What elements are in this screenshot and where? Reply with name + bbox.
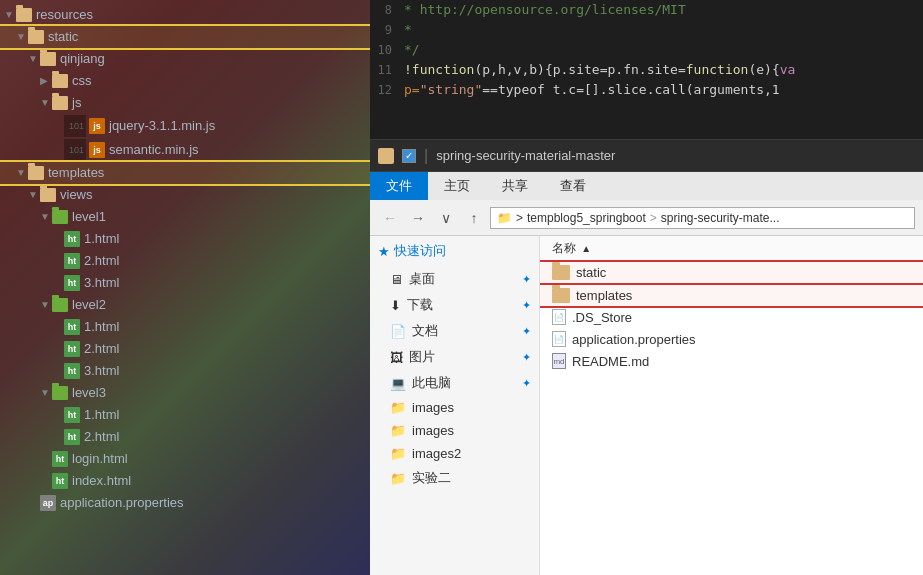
tree-item-level2-2[interactable]: ht 2.html <box>0 338 370 360</box>
doc-icon-dsstore: 📄 <box>552 309 566 325</box>
nav-item-images1[interactable]: 📁 images <box>370 396 539 419</box>
nav-item-lab2[interactable]: 📁 实验二 <box>370 465 539 491</box>
sort-arrow: ▲ <box>581 243 591 254</box>
nav-item-download[interactable]: ⬇ 下载 ✦ <box>370 292 539 318</box>
explorer-titlebar: ✓ | spring-security-material-master <box>370 140 923 172</box>
code-line-8: 8 * http://opensource.org/licenses/MIT <box>370 0 923 20</box>
tree-item-level3-1[interactable]: ht 1.html <box>0 404 370 426</box>
folder-icon-level1 <box>52 210 68 224</box>
code-content-12: p="string"==typeof t.c=[].slice.call(arg… <box>404 80 780 100</box>
forward-button[interactable]: → <box>406 206 430 230</box>
arrow-css <box>40 71 52 91</box>
label-level1-1: 1.html <box>84 229 119 249</box>
menu-home[interactable]: 主页 <box>428 172 486 200</box>
line-num-8: 8 <box>374 0 404 20</box>
dropdown-button[interactable]: ∨ <box>434 206 458 230</box>
file-row-readme[interactable]: md README.md <box>540 350 923 372</box>
tree-item-resources[interactable]: resources <box>0 4 370 26</box>
tree-item-level1[interactable]: level1 <box>0 206 370 228</box>
addr-part1: > <box>516 211 523 225</box>
code-editor: 8 * http://opensource.org/licenses/MIT 9… <box>370 0 923 140</box>
file-label-templates: templates <box>576 288 632 303</box>
menu-share[interactable]: 共享 <box>486 172 544 200</box>
nav-item-images3[interactable]: 📁 images2 <box>370 442 539 465</box>
html-icon-login: ht <box>52 451 68 467</box>
file-label-appprop: application.properties <box>572 332 696 347</box>
tree-item-level3-2[interactable]: ht 2.html <box>0 426 370 448</box>
tree-item-level1-2[interactable]: ht 2.html <box>0 250 370 272</box>
menu-view[interactable]: 查看 <box>544 172 602 200</box>
tree-item-qinjiang[interactable]: qinjiang <box>0 48 370 70</box>
tree-item-index[interactable]: ht index.html <box>0 470 370 492</box>
label-index: index.html <box>72 471 131 491</box>
back-button[interactable]: ← <box>378 206 402 230</box>
code-line-9: 9 * <box>370 20 923 40</box>
pc-icon: 💻 <box>390 376 406 391</box>
tree-item-level2-3[interactable]: ht 3.html <box>0 360 370 382</box>
linenum-semantic: 101 <box>64 139 86 161</box>
nav-label-pics: 图片 <box>409 348 435 366</box>
folder-icon-views <box>40 188 56 202</box>
label-static: static <box>48 27 78 47</box>
pin-pc: ✦ <box>522 377 531 390</box>
arrow-resources <box>4 5 16 25</box>
file-row-static[interactable]: static <box>540 262 923 283</box>
code-content-11: !function(p,h,v,b){p.site=p.fn.site=func… <box>404 60 795 80</box>
code-line-10: 10 */ <box>370 40 923 60</box>
file-area-header: 名称 ▲ <box>540 236 923 262</box>
quick-access-arrow: ★ <box>378 244 390 259</box>
label-level1-2: 2.html <box>84 251 119 271</box>
tree-item-app-prop[interactable]: ap application.properties <box>0 492 370 514</box>
tree-item-semantic[interactable]: 101 js semantic.min.js <box>0 138 370 162</box>
label-level2: level2 <box>72 295 106 315</box>
tree-item-css[interactable]: css <box>0 70 370 92</box>
tree-item-level1-1[interactable]: ht 1.html <box>0 228 370 250</box>
html-icon-l2-1: ht <box>64 319 80 335</box>
tree-item-templates[interactable]: templates <box>0 162 370 184</box>
tree-item-level3[interactable]: level3 <box>0 382 370 404</box>
tree-item-jquery[interactable]: 101 js jquery-3.1.1.min.js <box>0 114 370 138</box>
nav-item-pc[interactable]: 💻 此电脑 ✦ <box>370 370 539 396</box>
up-button[interactable]: ↑ <box>462 206 486 230</box>
label-level3-1: 1.html <box>84 405 119 425</box>
folder-icon-resources <box>16 8 32 22</box>
pics-icon: 🖼 <box>390 350 403 365</box>
line-num-9: 9 <box>374 20 404 40</box>
tree-item-level1-3[interactable]: ht 3.html <box>0 272 370 294</box>
address-bar[interactable]: 📁 > tempblog5_springboot > spring-securi… <box>490 207 915 229</box>
folder-icon-level3 <box>52 386 68 400</box>
code-line-12: 12 p="string"==typeof t.c=[].slice.call(… <box>370 80 923 100</box>
window-title: spring-security-material-master <box>436 148 615 163</box>
label-level3-2: 2.html <box>84 427 119 447</box>
arrow-views <box>28 185 40 205</box>
tree-item-level2[interactable]: level2 <box>0 294 370 316</box>
download-icon: ⬇ <box>390 298 401 313</box>
tree-item-static[interactable]: static <box>0 26 370 48</box>
label-css: css <box>72 71 92 91</box>
quick-access-label: 快速访问 <box>394 242 446 260</box>
file-area: 名称 ▲ static templates 📄 .DS_St <box>540 236 923 575</box>
file-row-templates[interactable]: templates <box>540 285 923 306</box>
nav-item-docs[interactable]: 📄 文档 ✦ <box>370 318 539 344</box>
nav-item-pics[interactable]: 🖼 图片 ✦ <box>370 344 539 370</box>
file-tree-container[interactable]: resources static qinjiang css <box>0 0 370 575</box>
nav-item-desktop[interactable]: 🖥 桌面 ✦ <box>370 266 539 292</box>
explorer-main: ★ 快速访问 🖥 桌面 ✦ ⬇ 下载 ✦ 📄 文档 ✦ <box>370 236 923 575</box>
arrow-qinjiang <box>28 49 40 69</box>
window-folder-icon <box>378 148 394 164</box>
nav-item-images2[interactable]: 📁 images <box>370 419 539 442</box>
file-row-dsstore[interactable]: 📄 .DS_Store <box>540 306 923 328</box>
menu-file[interactable]: 文件 <box>370 172 428 200</box>
quick-access-section[interactable]: ★ 快速访问 <box>370 236 539 266</box>
js-icon-semantic: js <box>89 142 105 158</box>
file-row-appprop[interactable]: 📄 application.properties <box>540 328 923 350</box>
tree-item-js[interactable]: js <box>0 92 370 114</box>
pin-desktop: ✦ <box>522 273 531 286</box>
tree-item-login[interactable]: ht login.html <box>0 448 370 470</box>
title-checkbox[interactable]: ✓ <box>402 149 416 163</box>
tree-item-level2-1[interactable]: ht 1.html <box>0 316 370 338</box>
ide-file-tree: resources static qinjiang css <box>0 0 370 575</box>
tree-item-views[interactable]: views <box>0 184 370 206</box>
nav-label-download: 下载 <box>407 296 433 314</box>
left-nav: ★ 快速访问 🖥 桌面 ✦ ⬇ 下载 ✦ 📄 文档 ✦ <box>370 236 540 575</box>
